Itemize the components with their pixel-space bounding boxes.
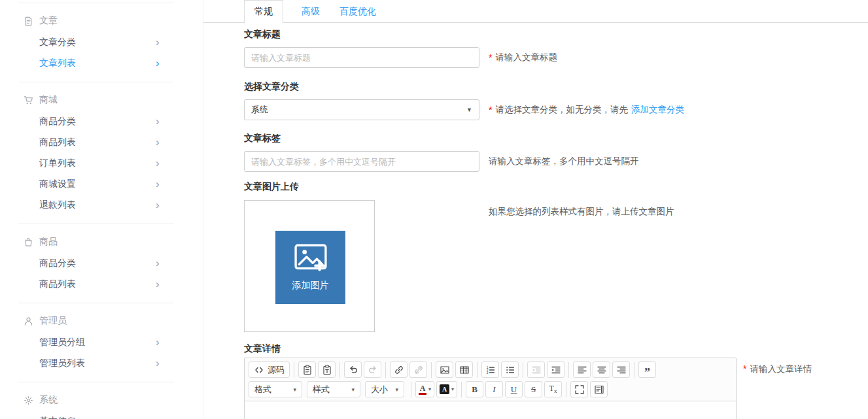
tab-advanced[interactable]: 高级 [300, 0, 321, 23]
outdent-icon [531, 365, 542, 375]
selected-category: 系统 [251, 104, 268, 116]
article-tags-hint: 请输入文章标签，多个用中文逗号隔开 [489, 151, 639, 172]
chevron-right-icon: › [156, 278, 160, 290]
maximize-button[interactable] [570, 381, 588, 397]
sidebar-item[interactable]: 商城设置› [0, 174, 203, 195]
divider [18, 224, 174, 224]
image-upload-dropzone[interactable]: 添加图片 [244, 200, 375, 332]
tab-seo[interactable]: 百度优化 [338, 0, 377, 23]
sidebar-item[interactable]: 文章列表› [0, 53, 203, 74]
align-left-button[interactable] [573, 361, 591, 378]
chevron-down-icon: ▾ [351, 386, 355, 393]
sidebar-section-label: 商城 [39, 94, 58, 106]
toolbar-separator [411, 382, 411, 397]
add-image-button[interactable]: 添加图片 [275, 231, 345, 304]
divider [18, 382, 174, 382]
paste-text-button[interactable] [318, 361, 336, 378]
sidebar-item-label: 基本信息 [39, 416, 76, 419]
sidebar-item[interactable]: 退款列表› [0, 195, 203, 216]
tab-general[interactable]: 常规 [244, 0, 283, 24]
italic-button[interactable]: I [485, 381, 503, 397]
article-category-label: 选择文章分类 [244, 81, 299, 92]
toolbar-separator [566, 382, 566, 397]
link-button[interactable] [390, 361, 408, 378]
text-color-icon: A [419, 384, 426, 395]
article-title-label: 文章标题 [244, 29, 281, 39]
image-icon [440, 365, 450, 375]
editor-toolbar-row2: 格式▾样式▾大小▾A▾A▾BIUSTx [249, 381, 732, 397]
sidebar-item-label: 商品分类 [39, 258, 76, 269]
article-title-input[interactable] [244, 47, 479, 68]
table-button[interactable] [455, 361, 473, 378]
style-dropdown[interactable]: 样式▾ [307, 381, 360, 397]
sidebar-item[interactable]: 商品分类› [0, 111, 203, 132]
tabbar: 常规高级百度优化 [203, 0, 868, 23]
maximize-icon [574, 384, 585, 395]
outdent-button [527, 361, 545, 378]
toolbar-separator [523, 362, 523, 378]
article-category-select[interactable]: 系统 ▼ [244, 99, 479, 120]
editor-content-area[interactable] [245, 401, 736, 419]
add-image-icon [294, 243, 327, 274]
underline-button[interactable]: U [505, 381, 523, 397]
source-button[interactable]: 源码 [249, 361, 290, 378]
strike-icon: S [531, 384, 536, 395]
article-tags-input[interactable] [244, 151, 479, 172]
bold-button[interactable]: B [466, 381, 483, 397]
undo-button[interactable] [344, 361, 362, 378]
source-icon [254, 365, 264, 375]
text-color-button[interactable]: A▾ [415, 381, 434, 397]
undo-icon [348, 365, 358, 375]
bullet-list-button[interactable] [501, 361, 519, 378]
format-dropdown[interactable]: 格式▾ [249, 381, 302, 397]
sidebar-section-header[interactable]: 文章 [0, 10, 203, 32]
align-center-button[interactable] [593, 361, 610, 378]
sidebar-item[interactable]: 基本信息› [0, 411, 203, 419]
sidebar-item[interactable]: 管理员分组› [0, 332, 203, 353]
remove-format-button[interactable]: Tx [544, 381, 562, 397]
editor-toolbar-row1: 源码123” [249, 361, 732, 378]
sidebar-section: 商品商品分类›商品列表› [0, 224, 203, 303]
sidebar-item-label: 文章分类 [39, 37, 76, 48]
sidebar-item[interactable]: 商品列表› [0, 132, 203, 153]
bg-color-button[interactable]: A▾ [436, 381, 457, 397]
indent-button[interactable] [547, 361, 564, 378]
sidebar-section-header[interactable]: 系统 [0, 389, 203, 411]
ordered-list-button[interactable]: 123 [481, 361, 499, 378]
sidebar-section-label: 系统 [39, 394, 58, 406]
svg-text:3: 3 [486, 371, 488, 374]
sidebar-item-label: 管理员列表 [39, 358, 85, 369]
chevron-right-icon: › [156, 137, 160, 148]
sidebar-section-header[interactable]: 商品 [0, 231, 203, 253]
sidebar-item[interactable]: 订单列表› [0, 153, 203, 174]
toolbar-separator [339, 362, 340, 378]
required-asterisk: * [489, 52, 492, 63]
strike-button[interactable]: S [525, 381, 542, 397]
sidebar-item[interactable]: 文章分类› [0, 32, 203, 53]
indent-icon [551, 365, 561, 375]
add-image-label: 添加图片 [292, 280, 329, 292]
align-right-button[interactable] [612, 361, 630, 378]
chevron-down-icon: ▾ [451, 386, 454, 392]
sidebar-section-header[interactable]: 管理员 [0, 310, 203, 332]
paste-button[interactable] [298, 361, 316, 378]
sidebar-section-header[interactable]: 商城 [0, 89, 203, 111]
toolbar-separator [568, 362, 569, 378]
blockquote-button[interactable]: ” [638, 361, 656, 378]
article-title-hint: * 请输入文章标题 [489, 47, 557, 68]
sidebar-item[interactable]: 商品列表› [0, 274, 203, 295]
image-button[interactable] [436, 361, 453, 378]
sidebar-item[interactable]: 管理员列表› [0, 353, 203, 374]
paste-icon [302, 365, 313, 375]
sidebar-item-label: 商品分类 [39, 116, 76, 127]
show-blocks-button[interactable] [590, 381, 608, 397]
size-dropdown[interactable]: 大小▾ [365, 381, 404, 397]
ordered-list-icon: 123 [485, 365, 496, 375]
sidebar-item[interactable]: 商品分类› [0, 253, 203, 274]
sidebar-section: 系统基本信息› [0, 382, 203, 419]
source-label: 源码 [268, 364, 285, 376]
add-category-link[interactable]: 添加文章分类 [631, 104, 684, 116]
align-center-icon [597, 365, 607, 375]
article-category-hint: * 请选择文章分类，如无分类，请先 添加文章分类 [489, 99, 684, 120]
show-blocks-icon [594, 384, 604, 395]
